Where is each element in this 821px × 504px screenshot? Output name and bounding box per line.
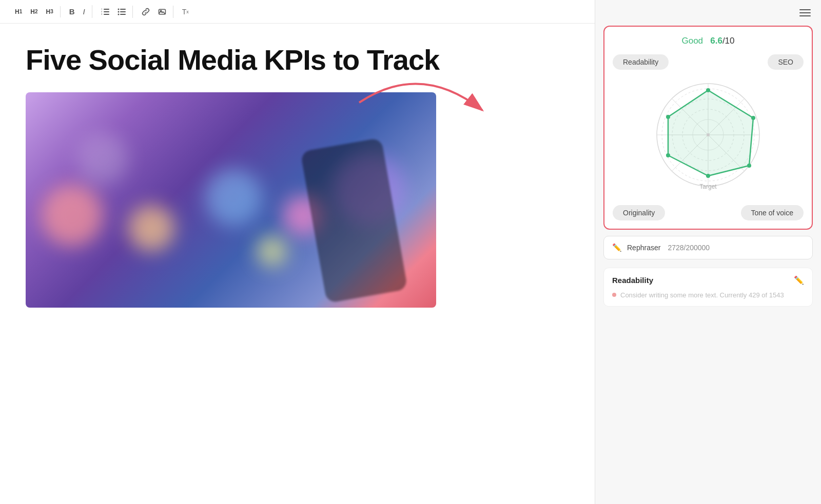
svg-point-9 <box>118 8 119 10</box>
tab-originality[interactable]: Originality <box>613 205 665 220</box>
score-denom: /10 <box>722 36 735 46</box>
hint-dot <box>612 293 616 297</box>
svg-rect-8 <box>120 14 126 15</box>
link-button[interactable] <box>138 6 153 18</box>
h2-button[interactable]: H2 <box>27 6 41 17</box>
menu-line-1 <box>799 9 811 10</box>
menu-button[interactable] <box>797 7 813 18</box>
top-tabs-row: Readability SEO <box>613 54 804 70</box>
score-card: Good 6.6/10 Readability SEO <box>603 26 813 230</box>
svg-point-10 <box>118 11 119 12</box>
score-header: Good 6.6/10 <box>613 36 804 46</box>
svg-point-25 <box>706 88 710 92</box>
readability-section: Readability ✏️ Consider writing some mor… <box>603 268 813 307</box>
unordered-list-button[interactable] <box>114 6 129 18</box>
clear-group: Tx <box>175 6 196 18</box>
ordered-list-button[interactable]: 123 <box>97 6 113 18</box>
insert-group <box>135 6 173 18</box>
italic-button[interactable]: I <box>80 5 89 18</box>
svg-rect-7 <box>120 11 126 12</box>
tab-tone-of-voice[interactable]: Tone of voice <box>741 205 804 220</box>
svg-rect-0 <box>104 9 109 10</box>
list-group: 123 <box>94 6 133 18</box>
h3-button[interactable]: H3 <box>42 6 56 17</box>
svg-point-26 <box>751 116 755 120</box>
menu-line-3 <box>799 15 811 16</box>
menu-line-2 <box>799 12 811 13</box>
image-button[interactable] <box>154 6 170 18</box>
readability-hint: Consider writing some more text. Current… <box>612 291 804 299</box>
svg-rect-2 <box>104 14 109 15</box>
heading-group: H1 H2 H3 <box>8 6 61 17</box>
radar-chart-container: Target <box>613 76 804 199</box>
hint-text: Consider writing some more text. Current… <box>620 291 784 299</box>
svg-marker-24 <box>668 90 753 176</box>
sidebar-header <box>595 0 821 26</box>
score-number: 6.6 <box>710 36 722 46</box>
readability-header: Readability ✏️ <box>612 275 804 285</box>
svg-text:Target: Target <box>699 183 717 190</box>
svg-rect-6 <box>120 9 126 10</box>
rephraser-count: 2728/200000 <box>668 244 710 252</box>
sidebar: Good 6.6/10 Readability SEO <box>595 0 821 504</box>
format-group: B I <box>63 5 92 18</box>
article-title: Five Social Media KPIs to Track <box>26 44 569 76</box>
editor-content[interactable]: Five Social Media KPIs to Track <box>0 24 595 504</box>
edit-icon[interactable]: ✏️ <box>794 275 804 285</box>
h1-button[interactable]: H1 <box>11 6 26 17</box>
rephraser-label: Rephraser <box>627 244 660 252</box>
tab-seo[interactable]: SEO <box>768 54 804 70</box>
score-label: Good <box>681 36 703 46</box>
clear-format-button[interactable]: Tx <box>179 6 192 18</box>
bottom-tabs-row: Originality Tone of voice <box>613 205 804 220</box>
svg-point-11 <box>118 13 119 15</box>
svg-point-28 <box>706 174 710 178</box>
svg-point-27 <box>747 164 751 168</box>
svg-point-29 <box>666 153 670 157</box>
svg-point-30 <box>666 115 670 119</box>
rephraser-bar[interactable]: ✏️ Rephraser 2728/200000 <box>603 236 813 259</box>
svg-rect-1 <box>104 11 109 12</box>
readability-title: Readability <box>612 276 653 285</box>
radar-chart: Target <box>641 76 775 199</box>
article-image <box>26 92 436 308</box>
svg-text:3: 3 <box>101 13 103 15</box>
rephraser-icon: ✏️ <box>612 243 622 252</box>
editor-panel: H1 H2 H3 B I 123 Tx <box>0 0 595 504</box>
tab-readability[interactable]: Readability <box>613 54 669 70</box>
svg-point-31 <box>707 133 710 136</box>
editor-toolbar: H1 H2 H3 B I 123 Tx <box>0 0 595 24</box>
bold-button[interactable]: B <box>66 5 79 18</box>
